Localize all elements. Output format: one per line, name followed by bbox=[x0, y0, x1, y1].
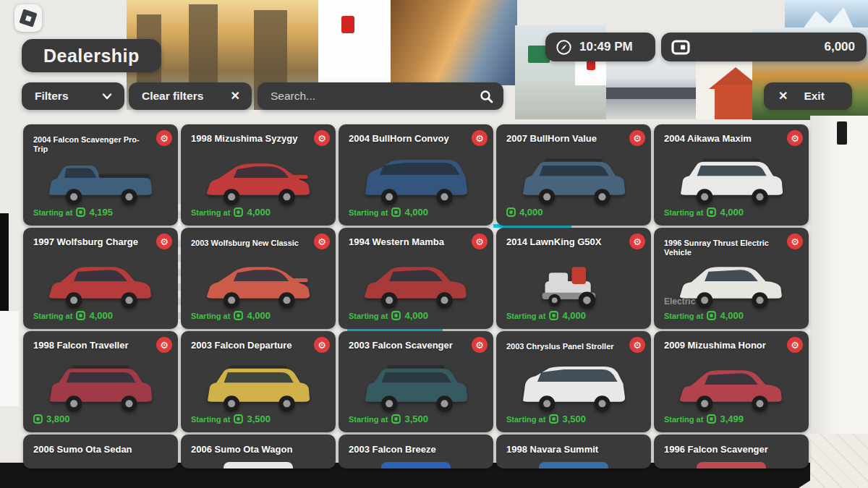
price-row: Starting at 4,000 bbox=[191, 207, 271, 218]
car-image bbox=[224, 462, 293, 468]
car-card[interactable]: 1994 Western Mamba ⚙ Starting at 4,000 bbox=[339, 228, 493, 329]
time-value: 10:49 PM bbox=[579, 40, 633, 54]
search-icon bbox=[480, 90, 493, 103]
car-title: 2006 Sumo Ota Sedan bbox=[33, 445, 153, 455]
gear-badge-icon: ⚙ bbox=[629, 234, 645, 249]
price-row: Starting at 4,000 bbox=[33, 310, 113, 321]
car-title: 2007 BullHorn Value bbox=[506, 134, 626, 145]
car-card[interactable]: 2007 BullHorn Value ⚙ 4,000 bbox=[496, 124, 651, 226]
close-icon: ✕ bbox=[231, 90, 240, 102]
car-image bbox=[359, 147, 473, 208]
close-icon: ✕ bbox=[778, 90, 788, 102]
car-card[interactable]: 2004 Falcon Scavenger Pro-Trip ⚙ Startin… bbox=[23, 124, 178, 226]
car-card[interactable]: 1997 Wolfsburg Charge ⚙ Starting at 4,00… bbox=[23, 228, 178, 329]
price-prefix: Starting at bbox=[349, 415, 388, 424]
price-prefix: Starting at bbox=[191, 208, 230, 217]
car-card-partial[interactable]: 2003 Falcon Breeze bbox=[339, 435, 493, 468]
price-amount: 4,195 bbox=[89, 207, 113, 218]
price-amount: 4,000 bbox=[247, 207, 271, 218]
price-amount: 3,499 bbox=[720, 414, 744, 424]
car-image bbox=[516, 251, 631, 312]
car-card[interactable]: 2003 Wolfsburg New Classic ⚙ Starting at… bbox=[181, 228, 336, 329]
gear-badge-icon: ⚙ bbox=[787, 234, 803, 249]
price-amount: 3,500 bbox=[562, 414, 586, 424]
price-row: Starting at 4,000 bbox=[349, 310, 428, 321]
price-amount: 4,000 bbox=[404, 207, 428, 218]
clear-filters-label: Clear filters bbox=[142, 90, 203, 103]
price-row: Starting at 4,000 bbox=[191, 310, 271, 321]
search-bar[interactable] bbox=[258, 82, 503, 110]
car-title: 1996 Falcon Scavenger bbox=[664, 445, 784, 455]
car-image bbox=[201, 354, 315, 415]
price-prefix: Starting at bbox=[506, 312, 545, 320]
price-row: 3,800 bbox=[33, 414, 70, 424]
exit-button[interactable]: ✕ Exit bbox=[764, 82, 852, 110]
car-card[interactable]: 2003 Falcon Departure ⚙ Starting at 3,50… bbox=[181, 331, 336, 432]
car-image bbox=[674, 147, 788, 208]
cash-icon bbox=[391, 414, 401, 424]
cash-icon bbox=[234, 311, 243, 320]
car-card[interactable]: 2003 Falcon Scavenger ⚙ Starting at 3,50… bbox=[339, 331, 493, 432]
car-card[interactable]: 2003 Chryslus Panel Stroller ⚙ Starting … bbox=[496, 331, 651, 432]
roblox-menu-button[interactable] bbox=[14, 4, 42, 32]
car-image bbox=[43, 354, 158, 415]
car-image bbox=[359, 251, 473, 312]
compass-clock-icon bbox=[556, 39, 572, 56]
filters-label: Filters bbox=[35, 90, 69, 103]
page-title: Dealership bbox=[22, 39, 161, 72]
car-image bbox=[697, 462, 766, 468]
gear-badge-icon: ⚙ bbox=[156, 234, 172, 249]
price-row: Starting at 3,499 bbox=[664, 414, 744, 424]
cash-icon bbox=[76, 311, 85, 320]
car-title: 2004 Aikawa Maxim bbox=[664, 134, 784, 145]
cash-icon bbox=[234, 414, 243, 424]
price-amount: 4,000 bbox=[562, 310, 586, 321]
price-prefix: Starting at bbox=[33, 208, 72, 217]
car-image bbox=[359, 354, 473, 415]
car-title: 2003 Falcon Scavenger bbox=[349, 341, 469, 351]
car-card[interactable]: 1998 Falcon Traveller ⚙ 3,800 bbox=[23, 331, 178, 432]
clear-filters-button[interactable]: Clear filters ✕ bbox=[129, 82, 252, 110]
car-image bbox=[43, 251, 158, 312]
car-card[interactable]: 2009 Mizushima Honor ⚙ Starting at 3,499 bbox=[654, 331, 809, 432]
car-title: 1997 Wolfsburg Charge bbox=[33, 237, 153, 248]
car-card-partial[interactable]: 2006 Sumo Ota Wagon bbox=[181, 435, 336, 468]
price-row: Starting at 3,500 bbox=[191, 414, 271, 424]
gear-badge-icon: ⚙ bbox=[314, 130, 330, 146]
car-card[interactable]: 2004 BullHorn Convoy ⚙ Starting at 4,000 bbox=[339, 124, 493, 226]
car-card[interactable]: 2014 LawnKing G50X ⚙ Starting at 4,000 bbox=[496, 228, 651, 329]
gear-badge-icon: ⚙ bbox=[629, 337, 645, 353]
fuel-note: Electric bbox=[664, 296, 695, 307]
price-amount: 3,800 bbox=[46, 414, 70, 424]
price-row: Starting at 4,000 bbox=[664, 310, 744, 321]
cash-icon bbox=[707, 414, 716, 424]
filters-dropdown[interactable]: Filters bbox=[22, 82, 124, 110]
car-card[interactable]: 1998 Mizushima Syzygy ⚙ Starting at 4,00… bbox=[181, 124, 336, 226]
car-card[interactable]: 2004 Aikawa Maxim ⚙ Starting at 4,000 bbox=[654, 124, 809, 226]
cash-icon bbox=[391, 311, 401, 320]
cash-icon bbox=[234, 207, 243, 217]
price-amount: 4,000 bbox=[720, 310, 744, 321]
gear-badge-icon: ⚙ bbox=[472, 234, 488, 249]
price-prefix: Starting at bbox=[664, 415, 703, 424]
cash-icon bbox=[76, 207, 85, 217]
car-image bbox=[539, 462, 608, 468]
price-row: Starting at 4,000 bbox=[506, 310, 586, 321]
gear-badge-icon: ⚙ bbox=[314, 234, 330, 249]
car-card[interactable]: 1996 Sunray Thrust Electric Vehicle ⚙ El… bbox=[654, 228, 809, 329]
gear-badge-icon: ⚙ bbox=[472, 337, 488, 353]
price-amount: 4,000 bbox=[404, 310, 428, 321]
price-prefix: Starting at bbox=[349, 312, 388, 320]
car-card-partial[interactable]: 1998 Navara Summit bbox=[496, 435, 651, 468]
price-prefix: Starting at bbox=[33, 312, 72, 320]
game-time-display: 10:49 PM bbox=[545, 33, 655, 61]
gear-badge-icon: ⚙ bbox=[787, 337, 803, 353]
search-input[interactable] bbox=[269, 89, 480, 103]
car-title: 2003 Falcon Breeze bbox=[349, 445, 469, 455]
price-amount: 3,500 bbox=[247, 414, 271, 424]
car-card-partial[interactable]: 2006 Sumo Ota Sedan bbox=[23, 435, 178, 468]
balance-display: 6,000 bbox=[661, 33, 867, 61]
price-row: Starting at 4,000 bbox=[664, 207, 744, 218]
price-amount: 4,000 bbox=[519, 207, 543, 218]
car-card-partial[interactable]: 1996 Falcon Scavenger bbox=[654, 435, 809, 468]
